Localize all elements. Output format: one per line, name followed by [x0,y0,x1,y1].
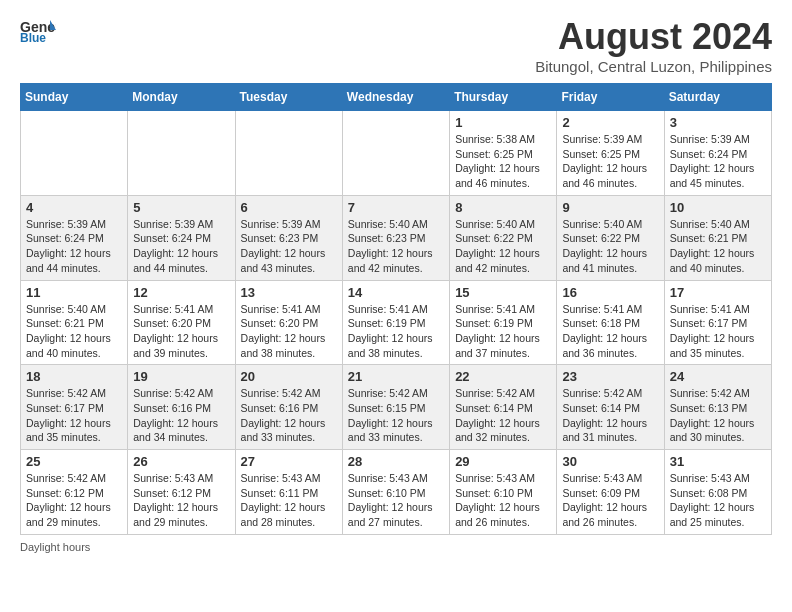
day-number: 14 [348,285,444,300]
day-info: Sunrise: 5:43 AM Sunset: 6:12 PM Dayligh… [133,471,229,530]
day-info: Sunrise: 5:42 AM Sunset: 6:15 PM Dayligh… [348,386,444,445]
calendar-cell: 6Sunrise: 5:39 AM Sunset: 6:23 PM Daylig… [235,195,342,280]
dow-header-saturday: Saturday [664,84,771,111]
day-info: Sunrise: 5:41 AM Sunset: 6:19 PM Dayligh… [348,302,444,361]
day-number: 10 [670,200,766,215]
dow-header-sunday: Sunday [21,84,128,111]
day-number: 9 [562,200,658,215]
calendar-cell: 11Sunrise: 5:40 AM Sunset: 6:21 PM Dayli… [21,280,128,365]
day-info: Sunrise: 5:42 AM Sunset: 6:12 PM Dayligh… [26,471,122,530]
day-number: 26 [133,454,229,469]
day-info: Sunrise: 5:43 AM Sunset: 6:10 PM Dayligh… [348,471,444,530]
dow-header-wednesday: Wednesday [342,84,449,111]
days-of-week-row: SundayMondayTuesdayWednesdayThursdayFrid… [21,84,772,111]
day-number: 21 [348,369,444,384]
day-info: Sunrise: 5:40 AM Sunset: 6:21 PM Dayligh… [26,302,122,361]
day-number: 4 [26,200,122,215]
day-info: Sunrise: 5:41 AM Sunset: 6:20 PM Dayligh… [133,302,229,361]
calendar-cell: 17Sunrise: 5:41 AM Sunset: 6:17 PM Dayli… [664,280,771,365]
day-info: Sunrise: 5:39 AM Sunset: 6:23 PM Dayligh… [241,217,337,276]
calendar-cell: 20Sunrise: 5:42 AM Sunset: 6:16 PM Dayli… [235,365,342,450]
calendar-cell: 19Sunrise: 5:42 AM Sunset: 6:16 PM Dayli… [128,365,235,450]
calendar-cell [128,111,235,196]
calendar-cell: 28Sunrise: 5:43 AM Sunset: 6:10 PM Dayli… [342,450,449,535]
day-number: 18 [26,369,122,384]
day-info: Sunrise: 5:41 AM Sunset: 6:20 PM Dayligh… [241,302,337,361]
day-number: 6 [241,200,337,215]
calendar-cell: 26Sunrise: 5:43 AM Sunset: 6:12 PM Dayli… [128,450,235,535]
calendar-cell [235,111,342,196]
day-info: Sunrise: 5:43 AM Sunset: 6:10 PM Dayligh… [455,471,551,530]
footer-note: Daylight hours [20,541,772,553]
calendar-cell: 3Sunrise: 5:39 AM Sunset: 6:24 PM Daylig… [664,111,771,196]
calendar-cell: 14Sunrise: 5:41 AM Sunset: 6:19 PM Dayli… [342,280,449,365]
day-number: 19 [133,369,229,384]
week-row-1: 1Sunrise: 5:38 AM Sunset: 6:25 PM Daylig… [21,111,772,196]
day-number: 7 [348,200,444,215]
logo: General Blue [20,16,56,44]
day-info: Sunrise: 5:40 AM Sunset: 6:21 PM Dayligh… [670,217,766,276]
day-number: 5 [133,200,229,215]
calendar-cell: 15Sunrise: 5:41 AM Sunset: 6:19 PM Dayli… [450,280,557,365]
calendar-cell: 21Sunrise: 5:42 AM Sunset: 6:15 PM Dayli… [342,365,449,450]
week-row-5: 25Sunrise: 5:42 AM Sunset: 6:12 PM Dayli… [21,450,772,535]
svg-text:Blue: Blue [20,31,46,44]
title-area: August 2024 Bitungol, Central Luzon, Phi… [535,16,772,75]
week-row-3: 11Sunrise: 5:40 AM Sunset: 6:21 PM Dayli… [21,280,772,365]
day-info: Sunrise: 5:42 AM Sunset: 6:16 PM Dayligh… [241,386,337,445]
day-info: Sunrise: 5:40 AM Sunset: 6:22 PM Dayligh… [455,217,551,276]
calendar-cell: 5Sunrise: 5:39 AM Sunset: 6:24 PM Daylig… [128,195,235,280]
dow-header-tuesday: Tuesday [235,84,342,111]
week-row-4: 18Sunrise: 5:42 AM Sunset: 6:17 PM Dayli… [21,365,772,450]
day-number: 31 [670,454,766,469]
location-subtitle: Bitungol, Central Luzon, Philippines [535,58,772,75]
day-number: 22 [455,369,551,384]
day-info: Sunrise: 5:43 AM Sunset: 6:11 PM Dayligh… [241,471,337,530]
day-info: Sunrise: 5:42 AM Sunset: 6:14 PM Dayligh… [562,386,658,445]
calendar-cell [342,111,449,196]
dow-header-thursday: Thursday [450,84,557,111]
day-info: Sunrise: 5:41 AM Sunset: 6:18 PM Dayligh… [562,302,658,361]
month-title: August 2024 [535,16,772,58]
day-info: Sunrise: 5:42 AM Sunset: 6:13 PM Dayligh… [670,386,766,445]
day-info: Sunrise: 5:38 AM Sunset: 6:25 PM Dayligh… [455,132,551,191]
day-info: Sunrise: 5:39 AM Sunset: 6:25 PM Dayligh… [562,132,658,191]
calendar-cell: 27Sunrise: 5:43 AM Sunset: 6:11 PM Dayli… [235,450,342,535]
calendar-cell: 29Sunrise: 5:43 AM Sunset: 6:10 PM Dayli… [450,450,557,535]
day-number: 20 [241,369,337,384]
day-number: 16 [562,285,658,300]
calendar-cell: 24Sunrise: 5:42 AM Sunset: 6:13 PM Dayli… [664,365,771,450]
header: General Blue August 2024 Bitungol, Centr… [20,16,772,75]
calendar-cell: 25Sunrise: 5:42 AM Sunset: 6:12 PM Dayli… [21,450,128,535]
day-info: Sunrise: 5:39 AM Sunset: 6:24 PM Dayligh… [26,217,122,276]
day-number: 29 [455,454,551,469]
day-info: Sunrise: 5:41 AM Sunset: 6:19 PM Dayligh… [455,302,551,361]
day-info: Sunrise: 5:40 AM Sunset: 6:22 PM Dayligh… [562,217,658,276]
day-info: Sunrise: 5:41 AM Sunset: 6:17 PM Dayligh… [670,302,766,361]
calendar-cell: 9Sunrise: 5:40 AM Sunset: 6:22 PM Daylig… [557,195,664,280]
calendar-cell: 18Sunrise: 5:42 AM Sunset: 6:17 PM Dayli… [21,365,128,450]
day-info: Sunrise: 5:43 AM Sunset: 6:09 PM Dayligh… [562,471,658,530]
day-info: Sunrise: 5:43 AM Sunset: 6:08 PM Dayligh… [670,471,766,530]
day-number: 30 [562,454,658,469]
calendar-cell [21,111,128,196]
day-info: Sunrise: 5:39 AM Sunset: 6:24 PM Dayligh… [133,217,229,276]
day-info: Sunrise: 5:39 AM Sunset: 6:24 PM Dayligh… [670,132,766,191]
day-number: 12 [133,285,229,300]
day-number: 13 [241,285,337,300]
calendar-cell: 13Sunrise: 5:41 AM Sunset: 6:20 PM Dayli… [235,280,342,365]
dow-header-friday: Friday [557,84,664,111]
day-info: Sunrise: 5:42 AM Sunset: 6:16 PM Dayligh… [133,386,229,445]
day-number: 28 [348,454,444,469]
day-number: 2 [562,115,658,130]
calendar-cell: 10Sunrise: 5:40 AM Sunset: 6:21 PM Dayli… [664,195,771,280]
day-number: 25 [26,454,122,469]
day-info: Sunrise: 5:40 AM Sunset: 6:23 PM Dayligh… [348,217,444,276]
day-number: 27 [241,454,337,469]
dow-header-monday: Monday [128,84,235,111]
day-info: Sunrise: 5:42 AM Sunset: 6:17 PM Dayligh… [26,386,122,445]
calendar-cell: 12Sunrise: 5:41 AM Sunset: 6:20 PM Dayli… [128,280,235,365]
day-number: 11 [26,285,122,300]
calendar-table: SundayMondayTuesdayWednesdayThursdayFrid… [20,83,772,535]
calendar-cell: 8Sunrise: 5:40 AM Sunset: 6:22 PM Daylig… [450,195,557,280]
